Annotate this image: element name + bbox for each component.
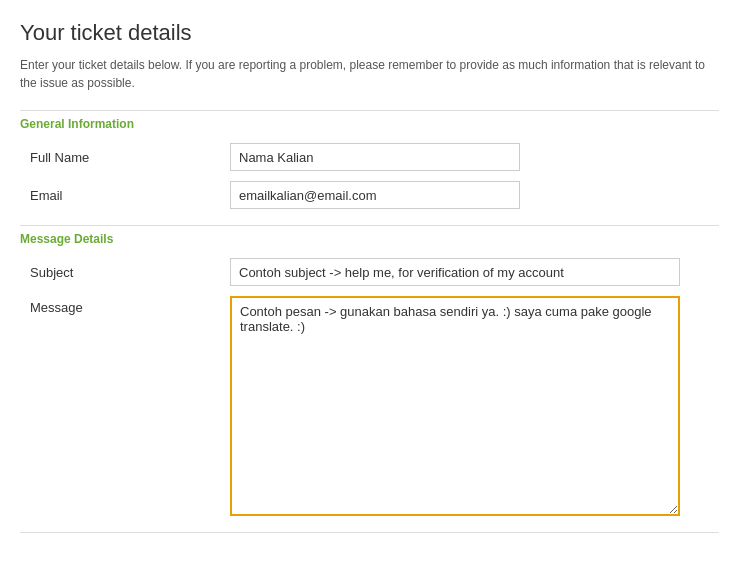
subject-label: Subject <box>20 265 230 280</box>
message-details-header: Message Details <box>20 225 719 246</box>
email-row: Email <box>20 181 719 209</box>
bottom-bar <box>20 532 719 533</box>
email-label: Email <box>20 188 230 203</box>
subject-input[interactable] <box>230 258 680 286</box>
email-input[interactable] <box>230 181 520 209</box>
message-label: Message <box>20 296 230 315</box>
full-name-label: Full Name <box>20 150 230 165</box>
subject-row: Subject <box>20 258 719 286</box>
page-description: Enter your ticket details below. If you … <box>20 56 719 92</box>
message-row: Message <box>20 296 719 516</box>
general-info-section: General Information Full Name Email <box>20 110 719 209</box>
message-details-section: Message Details Subject Message <box>20 225 719 516</box>
full-name-row: Full Name <box>20 143 719 171</box>
general-info-header: General Information <box>20 110 719 131</box>
message-textarea[interactable] <box>230 296 680 516</box>
page-title: Your ticket details <box>20 20 719 46</box>
full-name-input[interactable] <box>230 143 520 171</box>
